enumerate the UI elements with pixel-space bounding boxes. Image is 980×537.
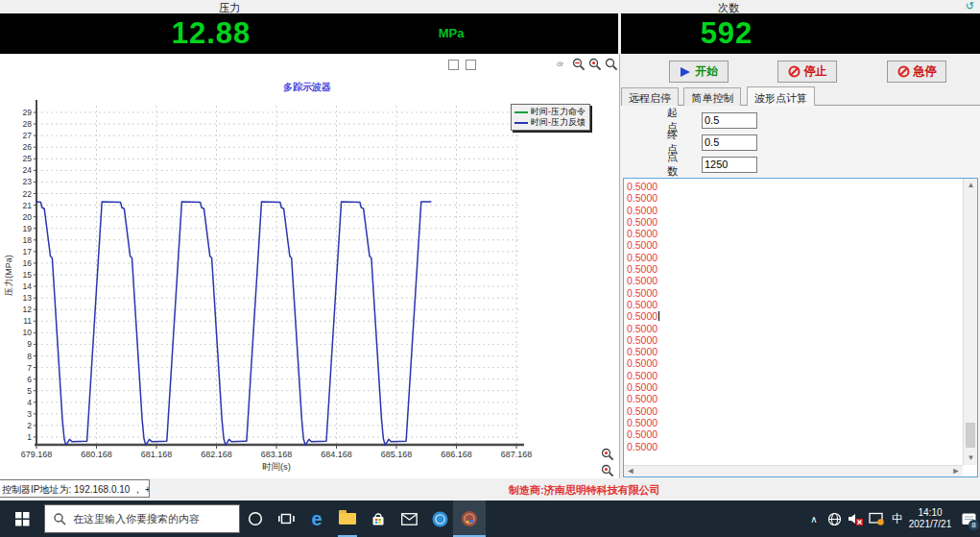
tray-expand-chevron-icon[interactable]: ∧ — [805, 500, 823, 537]
waveform-value-row[interactable]: 0.5000 — [627, 346, 963, 357]
horizontal-scrollbar[interactable]: ◄ ► — [624, 465, 963, 476]
vertical-scroll-thumb[interactable] — [966, 423, 975, 448]
svg-text:682.168: 682.168 — [201, 450, 232, 459]
waveform-value-row[interactable]: 0.5000 — [627, 428, 963, 440]
no-entry-icon — [897, 65, 910, 78]
browser-button[interactable] — [424, 500, 455, 537]
zoom-out-icon-bottom[interactable] — [601, 464, 615, 478]
waveform-value-row[interactable]: 0.5000 — [627, 405, 963, 417]
estop-button-label: 急停 — [914, 63, 937, 80]
microsoft-store-button[interactable] — [363, 500, 394, 537]
waveform-value-row[interactable]: 0.5000 — [627, 323, 963, 334]
tab-simple-control[interactable]: 简单控制 — [683, 87, 741, 106]
volume-muted-icon[interactable] — [846, 500, 865, 537]
clock-time: 14:10 — [918, 507, 942, 519]
waveform-value-row[interactable]: 0.5000 — [627, 205, 963, 216]
waveform-value-row[interactable]: 0.5000 — [627, 275, 963, 286]
waveform-values-rows: 0.50000.50000.50000.50000.50000.50000.50… — [624, 179, 963, 465]
svg-text:681.168: 681.168 — [141, 450, 173, 459]
svg-text:20: 20 — [23, 212, 33, 222]
point-count-label: 点 数 — [667, 150, 694, 179]
start-point-input[interactable] — [702, 112, 757, 129]
action-center-button[interactable]: 8 — [959, 500, 978, 537]
waveform-value-row[interactable]: 0.5000 — [627, 370, 963, 381]
waveform-value-row[interactable]: 0.5000 — [627, 216, 963, 228]
svg-text:19: 19 — [23, 224, 33, 233]
task-view-button[interactable] — [271, 500, 301, 537]
network-globe-icon[interactable] — [825, 500, 844, 537]
trace-checkbox-1[interactable] — [448, 60, 459, 70]
svg-text:14: 14 — [23, 281, 33, 291]
zoom-point-icon[interactable] — [588, 58, 603, 72]
svg-text:13: 13 — [23, 293, 33, 303]
scroll-left-arrow-icon[interactable]: ◄ — [624, 466, 637, 477]
cortana-button[interactable] — [240, 500, 271, 537]
edge-icon: e — [311, 508, 322, 530]
waveform-value-row[interactable]: 0.5000 — [627, 192, 963, 204]
mail-envelope-icon — [401, 513, 418, 525]
scroll-up-arrow-icon[interactable]: ▲ — [964, 179, 978, 192]
trace-checkbox-2[interactable] — [466, 60, 476, 70]
waveform-value-row[interactable]: 0.5000 — [627, 299, 963, 310]
start-button[interactable]: 开始 — [669, 61, 729, 83]
waveform-value-row[interactable]: 0.5000 — [627, 263, 963, 275]
taskbar-clock[interactable]: 14:10 2021/7/21 — [903, 500, 957, 537]
file-explorer-button[interactable] — [332, 500, 363, 537]
zoom-out-icon[interactable] — [572, 58, 586, 72]
tab-strip: 远程启停 简单控制 波形点计算 — [621, 86, 980, 106]
search-input[interactable] — [73, 513, 239, 525]
waveform-value-row[interactable]: 0.5000 — [627, 252, 963, 263]
active-app-button[interactable] — [453, 500, 486, 537]
svg-text:3: 3 — [27, 409, 32, 419]
svg-text:27: 27 — [23, 131, 33, 140]
vertical-scrollbar[interactable]: ▲ ▼ — [963, 179, 977, 465]
waveform-value-row[interactable]: 0.5000 — [627, 441, 963, 452]
pressure-value: 12.88 — [115, 16, 307, 51]
emergency-stop-button[interactable]: 急停 — [887, 61, 946, 83]
control-panel: 开始 停止 急停 远程启停 简单控制 波形点计算 起 点 终 点 点 数 — [621, 54, 980, 478]
svg-text:17: 17 — [23, 247, 33, 256]
chart-axes: 679.168680.168681.168682.168683.168684.1… — [4, 100, 532, 472]
oscilloscope-chart[interactable]: 679.168680.168681.168682.168683.168684.1… — [0, 75, 620, 478]
chart-legend: 时间-压力命令 时间-压力反馈 — [511, 104, 590, 131]
svg-text:24: 24 — [23, 165, 33, 175]
undo-icon[interactable]: ↺ — [966, 0, 974, 12]
tab-remote-startstop[interactable]: 远程启停 — [621, 87, 679, 106]
taskbar-search-box[interactable] — [44, 504, 240, 533]
waveform-value-row[interactable]: 0.5000 — [627, 239, 963, 251]
waveform-value-row[interactable]: 0.5000 — [627, 393, 963, 404]
edge-browser-button[interactable]: e — [301, 500, 332, 537]
zoom-in-icon[interactable] — [605, 58, 619, 72]
waveform-value-row[interactable]: 0.5000 — [627, 334, 963, 346]
waveform-value-row[interactable]: 0.5000 — [627, 357, 963, 369]
point-count-input[interactable] — [702, 157, 757, 173]
end-point-input[interactable] — [702, 134, 757, 151]
waveform-value-row[interactable]: 0.5000 — [627, 417, 963, 428]
waveform-form: 起 点 终 点 点 数 确定 — [621, 106, 980, 179]
store-bag-icon — [370, 512, 386, 526]
start-menu-button[interactable] — [0, 500, 44, 537]
chart-title: 多踪示波器 — [221, 81, 394, 94]
waveform-value-row[interactable]: 0.5000 — [627, 228, 963, 239]
windows-logo-icon — [15, 512, 30, 526]
scroll-right-arrow-icon[interactable]: ► — [949, 466, 963, 477]
zoom-point-icon-bottom[interactable] — [601, 448, 615, 462]
waveform-value-row[interactable]: 0.5000 — [627, 181, 963, 192]
waveform-values-listbox[interactable]: 0.50000.50000.50000.50000.50000.50000.50… — [623, 178, 978, 477]
waveform-value-row[interactable]: 0.5000 — [627, 310, 963, 322]
svg-text:686.168: 686.168 — [441, 450, 472, 459]
legend-label-feedback: 时间-压力反馈 — [531, 116, 586, 129]
svg-text:10: 10 — [23, 328, 33, 337]
waveform-value-row[interactable]: 0.5000 — [627, 381, 963, 393]
waveform-value-row[interactable]: 0.5000 — [627, 287, 963, 299]
svg-text:15: 15 — [23, 270, 33, 280]
mail-button[interactable] — [394, 500, 424, 537]
scroll-down-arrow-icon[interactable]: ▼ — [964, 452, 978, 465]
play-icon — [680, 66, 691, 78]
app-window: 压力 次数 ↺ 12.88 MPa 592 dr 679.168680.1686… — [0, 0, 980, 537]
cortana-icon — [248, 511, 263, 526]
svg-text:29: 29 — [23, 108, 33, 117]
display-notification-icon[interactable] — [867, 500, 886, 537]
tab-waveform-point-calc[interactable]: 波形点计算 — [747, 86, 815, 106]
stop-button[interactable]: 停止 — [777, 61, 837, 83]
